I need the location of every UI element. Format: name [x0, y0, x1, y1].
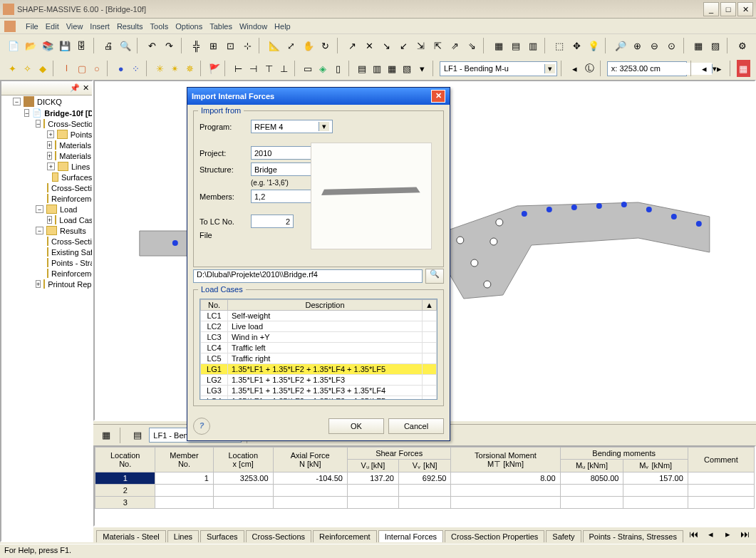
menu-help[interactable]: Help	[274, 22, 291, 31]
tab-cross-sections[interactable]: Cross-Sections	[246, 530, 312, 542]
star3-icon[interactable]: ✵	[183, 60, 197, 77]
tab-cross-section-properties[interactable]: Cross-Section Properties	[445, 530, 544, 542]
move-icon[interactable]: ✥	[569, 37, 584, 54]
dot-icon[interactable]: ●	[114, 60, 128, 77]
table-row[interactable]: 113253.00-104.50137.20692.508.008050.001…	[95, 472, 755, 485]
lc-row[interactable]: LG11.35*LF1 + 1.35*LF2 + 1.35*LF4 + 1.35…	[201, 364, 437, 375]
tree-expand-icon[interactable]: +	[36, 280, 41, 288]
circle-icon[interactable]: ○	[90, 60, 103, 77]
tab-surfaces[interactable]: Surfaces	[200, 530, 244, 542]
x-combo-input[interactable]	[609, 63, 712, 75]
dim3-icon[interactable]: ⊤	[262, 60, 275, 77]
col-comment[interactable]: Comment	[688, 448, 754, 472]
lc-row[interactable]: LG41.35*LF1 + 1.35*LF2 + 1.35*LF3 + 1.35…	[201, 396, 437, 401]
tool-f-icon[interactable]: ⇱	[430, 37, 445, 54]
menu-view[interactable]: View	[66, 22, 83, 31]
col-n[interactable]: Axial ForceN [kN]	[273, 448, 347, 472]
tree-item[interactable]: Materials - Concrete	[59, 141, 93, 150]
ortho-icon[interactable]: ⊡	[222, 37, 238, 54]
opts-icon[interactable]: ⚙	[735, 37, 750, 54]
minimize-button[interactable]: _	[703, 2, 719, 16]
lc-row[interactable]: LG31.35*LF1 + 1.35*LF2 + 1.35*LF3 + 1.35…	[201, 386, 437, 396]
data-icon[interactable]: ▤	[508, 37, 524, 54]
tab-safety[interactable]: Safety	[546, 530, 581, 542]
tree-pin-icon[interactable]: 📌	[70, 83, 80, 93]
preview-icon[interactable]: 🔍	[118, 37, 133, 54]
select-icon[interactable]: ⬚	[552, 37, 567, 54]
tab-first-icon[interactable]: ⏮	[685, 525, 702, 542]
arrow-left-icon[interactable]: ◂	[698, 60, 711, 77]
misc2-icon[interactable]: ▥	[371, 60, 384, 77]
tab-next-icon[interactable]: ▸	[719, 525, 736, 542]
menu-edit[interactable]: Edit	[46, 22, 59, 31]
tree-item[interactable]: Materials - Steel	[59, 152, 93, 160]
axis-icon[interactable]: ⊹	[239, 37, 255, 54]
new-icon[interactable]: 📄	[6, 37, 21, 54]
tab-prev-icon[interactable]: ◂	[702, 525, 719, 542]
zoomin-icon[interactable]: ⊕	[630, 37, 646, 54]
dialog-close-icon[interactable]: ✕	[431, 90, 445, 103]
flag-icon[interactable]: 🚩	[207, 60, 221, 77]
save-icon[interactable]: 💾	[57, 37, 73, 54]
lc-row[interactable]: LC2Live load	[201, 321, 437, 332]
tree-collapse-icon[interactable]: −	[36, 205, 43, 213]
lc-col-desc[interactable]: Description	[228, 300, 423, 311]
dialog-title[interactable]: Import Internal Forces ✕	[187, 88, 450, 105]
lf-combo-input[interactable]	[442, 63, 544, 75]
win-icon[interactable]: ▦	[737, 60, 750, 77]
col-x[interactable]: Locationx [cm]	[213, 448, 273, 472]
printout-node[interactable]: Printout Reports	[48, 280, 93, 289]
pt2-icon[interactable]: ✧	[21, 60, 34, 77]
tool-b-icon[interactable]: ✕	[361, 37, 377, 54]
col-vu[interactable]: Vᵤ [kN]	[347, 460, 398, 472]
print-icon[interactable]: 🖨	[100, 37, 116, 54]
maximize-button[interactable]: □	[720, 2, 736, 16]
sel3-icon[interactable]: ▯	[331, 60, 345, 77]
x-combo[interactable]: ▾	[607, 61, 687, 76]
tab-last-icon[interactable]: ⏭	[736, 525, 753, 542]
zoomall-icon[interactable]: ⊙	[664, 37, 680, 54]
project-icon[interactable]: 📚	[40, 37, 56, 54]
saveall-icon[interactable]: 🗄	[74, 37, 90, 54]
tree-item[interactable]: Surfaces	[61, 173, 92, 182]
props-icon[interactable]: ▥	[525, 37, 541, 54]
chevron-down-icon[interactable]: ▾	[544, 64, 555, 73]
undo-icon[interactable]: ↶	[145, 37, 160, 54]
col-member[interactable]: MemberNo.	[155, 448, 214, 472]
dim2-icon[interactable]: ⊣	[247, 60, 260, 77]
tree-item[interactable]: Existing Safety	[51, 248, 93, 257]
tab-points-strains-stresses[interactable]: Points - Strains, Stresses	[583, 530, 684, 542]
misc4-icon[interactable]: ▧	[400, 60, 414, 77]
fit-icon[interactable]: ⤢	[284, 37, 299, 54]
open-icon[interactable]: 📂	[23, 37, 38, 54]
dots-icon[interactable]: ⁘	[129, 60, 143, 77]
load-node[interactable]: Load	[60, 205, 77, 214]
table-icon[interactable]: ▦	[491, 37, 507, 54]
sel2-icon[interactable]: ◈	[316, 60, 330, 77]
pan-icon[interactable]: ✋	[301, 37, 316, 54]
tool-c-icon[interactable]: ↘	[378, 37, 394, 54]
lc-row[interactable]: LC1Self-weight	[201, 311, 437, 321]
misc3-icon[interactable]: ▦	[385, 60, 399, 77]
measure-icon[interactable]: 📐	[266, 37, 282, 54]
menu-options[interactable]: Options	[175, 22, 202, 31]
tree-item[interactable]: Lines	[71, 162, 90, 171]
col-bend[interactable]: Bending moments	[560, 448, 688, 460]
dd1-icon[interactable]: ▾	[415, 60, 429, 77]
tool-d-icon[interactable]: ↙	[395, 37, 411, 54]
table-row[interactable]: 3	[95, 497, 755, 509]
redo-icon[interactable]: ↷	[162, 37, 177, 54]
tab-lines[interactable]: Lines	[167, 530, 199, 542]
info-icon[interactable]: 💡	[586, 37, 601, 54]
tolc-input[interactable]	[251, 215, 294, 228]
internal-forces-grid[interactable]: LocationNo. MemberNo. Locationx [cm] Axi…	[93, 445, 756, 527]
sel1-icon[interactable]: ▭	[301, 60, 315, 77]
snap-icon[interactable]: ⊞	[205, 37, 221, 54]
calc-icon[interactable]: ▦	[690, 37, 706, 54]
zoomwin-icon[interactable]: 🔎	[613, 37, 628, 54]
col-mu[interactable]: Mᵤ [kNm]	[560, 460, 623, 472]
tree-item[interactable]: Points - Strains and Stresses	[51, 259, 93, 267]
tree-close-icon[interactable]: ✕	[83, 83, 89, 93]
navigator-tree[interactable]: 📌 ✕ −DICKQ −📄 Bridge-10f [Demo]* −Cross-…	[0, 80, 93, 542]
tree-expand-icon[interactable]: +	[47, 130, 54, 138]
